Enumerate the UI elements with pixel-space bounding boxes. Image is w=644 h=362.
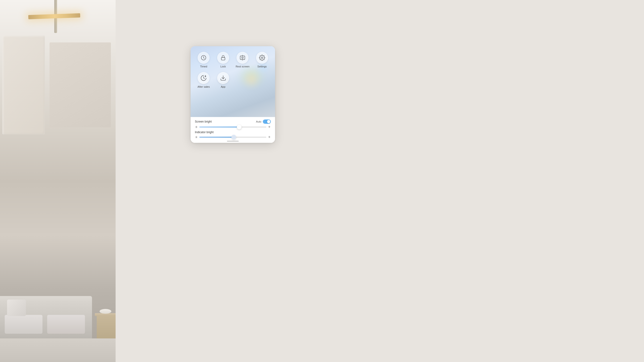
toggle-knob: [267, 120, 270, 123]
lock-label: Lock: [220, 65, 226, 68]
app-icon-circle: [217, 72, 229, 84]
clock-icon: [200, 55, 207, 61]
sofa-pillow: [7, 300, 26, 316]
timed-label: Timed: [200, 65, 207, 68]
indicator-sun-big-icon: ✦: [268, 135, 271, 139]
after-sales-icon-circle: [198, 72, 210, 84]
table-bowl: [100, 309, 111, 314]
settings-icon-circle: [256, 52, 268, 64]
sun-small-icon: ☀: [195, 125, 198, 129]
sun-big-icon: ✦: [268, 125, 271, 129]
auto-toggle-group: Auto: [256, 119, 271, 124]
background-left: [0, 0, 116, 362]
auto-label: Auto: [256, 120, 261, 123]
after-sales-label: After sales: [198, 85, 210, 88]
device-bottom-section: Screen bright Auto ☀ ✦ Indicator bright …: [190, 117, 275, 143]
svg-rect-2: [240, 56, 245, 59]
rest-screen-label: Rest screen: [236, 65, 250, 68]
screen-bright-slider-track[interactable]: [199, 127, 266, 127]
after-sales-button[interactable]: After sales: [194, 70, 214, 90]
lock-icon: [220, 55, 226, 61]
icons-grid-row2: After sales App: [194, 70, 272, 90]
settings-label: Settings: [257, 65, 267, 68]
svg-point-3: [242, 57, 244, 59]
device-top-section: Timed Lock: [190, 46, 275, 117]
indicator-bright-slider-thumb[interactable]: [232, 135, 236, 139]
screen-bright-row: Screen bright Auto: [195, 119, 271, 124]
device-panel: Timed Lock: [190, 46, 275, 143]
screen-bright-label: Screen bright: [195, 120, 212, 123]
icons-grid-row1: Timed Lock: [194, 50, 272, 70]
app-label: App: [221, 85, 226, 88]
sofa-cushion-2: [47, 315, 85, 334]
indicator-bright-row: Indicator bright: [195, 131, 271, 134]
after-sales-icon: [200, 75, 207, 81]
sofa-cushion-1: [5, 315, 42, 334]
svg-rect-1: [221, 57, 225, 60]
timed-icon-circle: [198, 52, 210, 64]
rest-screen-icon: [240, 55, 246, 61]
indicator-bright-slider-container: ☀ ✦: [195, 135, 271, 139]
screen-bright-slider-container: ☀ ✦: [195, 125, 271, 129]
lock-icon-circle: [217, 52, 229, 64]
wall-panel-right: [50, 42, 111, 127]
timed-button[interactable]: Timed: [194, 50, 214, 70]
auto-toggle-switch[interactable]: [263, 119, 271, 124]
indicator-sun-small-icon: ☀: [195, 135, 198, 139]
gear-icon: [259, 55, 265, 61]
indicator-bright-label: Indicator bright: [195, 131, 214, 134]
indicator-bright-slider-track[interactable]: [199, 137, 266, 138]
app-button[interactable]: App: [214, 70, 233, 90]
rest-screen-button[interactable]: Rest screen: [233, 50, 252, 70]
floor: [0, 339, 116, 362]
app-download-icon: [220, 75, 226, 81]
screen-bright-slider-thumb[interactable]: [237, 125, 242, 129]
settings-button[interactable]: Settings: [252, 50, 272, 70]
lock-button[interactable]: Lock: [214, 50, 233, 70]
rest-screen-icon-circle: [236, 52, 248, 64]
scroll-indicator: [227, 141, 239, 142]
ceiling-light: [28, 13, 80, 19]
svg-point-7: [261, 57, 263, 59]
wall-panel-left: [2, 35, 45, 134]
